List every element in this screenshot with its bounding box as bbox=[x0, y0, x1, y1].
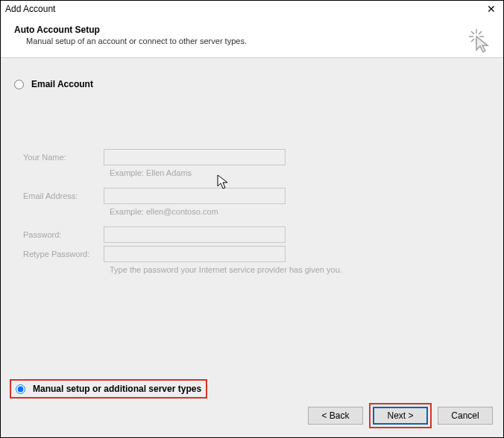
email-account-radio[interactable] bbox=[14, 80, 24, 89]
your-name-field bbox=[104, 149, 286, 165]
header-subtitle: Manual setup of an account or connect to… bbox=[14, 36, 490, 45]
cancel-button[interactable]: Cancel bbox=[438, 407, 493, 425]
next-button-highlight: Next > bbox=[369, 403, 432, 428]
header-title: Auto Account Setup bbox=[14, 25, 490, 35]
email-account-option[interactable]: Email Account bbox=[14, 79, 490, 89]
your-name-label: Your Name: bbox=[20, 153, 104, 162]
email-hint: Example: ellen@contoso.com bbox=[110, 207, 490, 216]
back-button[interactable]: < Back bbox=[308, 407, 363, 425]
window-title: Add Account bbox=[5, 4, 484, 14]
manual-setup-label: Manual setup or additional server types bbox=[33, 384, 201, 394]
wizard-header: Auto Account Setup Manual setup of an ac… bbox=[1, 17, 503, 58]
add-account-window: Add Account ✕ Auto Account Setup Manual … bbox=[0, 0, 504, 438]
email-account-label: Email Account bbox=[31, 79, 93, 89]
your-name-hint: Example: Ellen Adams bbox=[110, 168, 490, 177]
wizard-footer: < Back Next > Cancel bbox=[308, 403, 493, 428]
manual-setup-highlight: Manual setup or additional server types bbox=[10, 379, 207, 399]
password-hint: Type the password your Internet service … bbox=[110, 265, 490, 274]
next-button[interactable]: Next > bbox=[373, 407, 428, 425]
password-label: Password: bbox=[20, 230, 104, 239]
manual-setup-option[interactable]: Manual setup or additional server types bbox=[16, 384, 201, 394]
retype-password-field bbox=[104, 246, 286, 262]
account-form: Your Name: Example: Ellen Adams Email Ad… bbox=[20, 149, 490, 274]
svg-line-6 bbox=[471, 39, 474, 42]
titlebar: Add Account ✕ bbox=[1, 1, 503, 17]
email-label: Email Address: bbox=[20, 191, 104, 200]
retype-password-label: Retype Password: bbox=[20, 250, 104, 258]
manual-setup-radio[interactable] bbox=[16, 384, 25, 394]
svg-line-4 bbox=[471, 31, 474, 34]
cursor-star-icon bbox=[467, 28, 493, 55]
close-icon[interactable]: ✕ bbox=[484, 4, 499, 14]
svg-line-7 bbox=[479, 31, 482, 34]
password-field bbox=[104, 226, 286, 243]
email-field bbox=[104, 188, 286, 204]
wizard-body: Email Account Your Name: Example: Ellen … bbox=[1, 58, 503, 437]
